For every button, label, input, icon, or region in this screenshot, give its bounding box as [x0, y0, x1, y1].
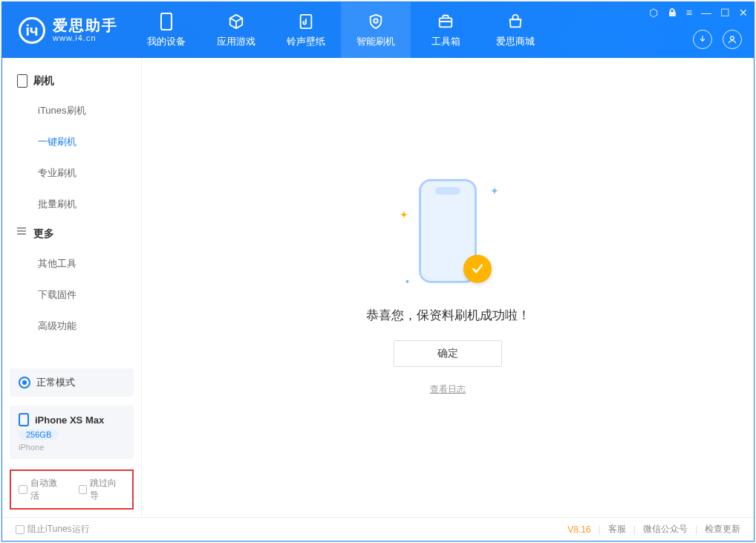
logo-icon: iч [19, 17, 45, 44]
device-icon [160, 13, 172, 30]
sidebar-item-pro[interactable]: 专业刷机 [2, 157, 141, 189]
checkbox-label: 阻止iTunes运行 [27, 523, 90, 536]
checkbox-label: 跳过向导 [90, 477, 125, 502]
footer-link-wechat[interactable]: 微信公众号 [643, 523, 688, 536]
success-illustration: ✦ ✦ • [400, 179, 496, 290]
separator: | [599, 524, 601, 535]
bottom-options-highlight: 自动激活 跳过向导 [10, 469, 134, 510]
svg-point-1 [374, 19, 378, 22]
checkbox-auto-activate[interactable]: 自动激活 [19, 477, 65, 502]
tab-flash[interactable]: 智能刷机 [341, 2, 411, 58]
tab-device[interactable]: 我的设备 [131, 2, 201, 58]
download-button[interactable] [693, 30, 712, 49]
storage-badge: 256GB [19, 429, 59, 440]
tab-label: 我的设备 [147, 35, 186, 48]
success-message: 恭喜您，保资料刷机成功啦！ [366, 307, 530, 324]
app-name: 爱思助手 [53, 17, 118, 33]
confirm-button[interactable]: 确定 [394, 340, 502, 367]
footer-link-update[interactable]: 检查更新 [705, 523, 740, 536]
version-label: V8.16 [567, 524, 590, 535]
section-flash: 刷机 [2, 67, 141, 95]
tab-label: 应用游戏 [217, 35, 255, 48]
tab-tools[interactable]: 工具箱 [411, 2, 480, 58]
header-actions [693, 30, 742, 49]
checkbox-skip-guide[interactable]: 跳过向导 [79, 477, 126, 502]
sidebar-item-batch[interactable]: 批量刷机 [2, 189, 141, 220]
tab-store[interactable]: 爱思商城 [480, 2, 550, 58]
footer-link-service[interactable]: 客服 [608, 523, 626, 536]
tab-label: 智能刷机 [356, 35, 395, 48]
phone-icon [17, 74, 27, 88]
sidebar-item-itunes[interactable]: iTunes刷机 [2, 95, 141, 126]
sidebar: 刷机 iTunes刷机 一键刷机 专业刷机 批量刷机 更多 其他工具 下载固件 … [2, 58, 142, 517]
mode-icon [19, 377, 30, 388]
app-window: iч 爱思助手 www.i4.cn 我的设备 应用游戏 铃声壁纸 [1, 1, 755, 542]
minimize-icon[interactable]: — [701, 7, 711, 19]
svg-rect-2 [440, 18, 452, 27]
section-title: 更多 [33, 227, 54, 241]
sidebar-item-advanced[interactable]: 高级功能 [2, 310, 141, 342]
tshirt-icon[interactable]: ⬡ [649, 7, 658, 19]
mode-label: 正常模式 [36, 376, 75, 389]
shield-icon [367, 13, 385, 30]
checkbox-stop-itunes[interactable]: 阻止iTunes运行 [16, 523, 90, 536]
checkbox-label: 自动激活 [30, 477, 65, 502]
phone-icon [19, 413, 29, 426]
section-title: 刷机 [33, 74, 54, 88]
maximize-icon[interactable]: ☐ [720, 7, 730, 19]
hamburger-icon [17, 227, 27, 241]
checkbox-icon [16, 525, 25, 534]
close-icon[interactable]: ✕ [739, 7, 748, 19]
toolbox-icon [437, 13, 454, 30]
menu-icon[interactable]: ≡ [686, 7, 692, 19]
sidebar-item-firmware[interactable]: 下载固件 [2, 279, 141, 310]
separator: | [695, 524, 697, 535]
main-content: ✦ ✦ • 恭喜您，保资料刷机成功啦！ 确定 查看日志 [142, 58, 754, 517]
cube-icon [227, 13, 245, 30]
sidebar-item-other[interactable]: 其他工具 [2, 248, 141, 279]
device-type: iPhone [19, 443, 44, 452]
view-log-link[interactable]: 查看日志 [430, 383, 466, 396]
tab-label: 爱思商城 [496, 35, 535, 48]
checkbox-icon [19, 485, 27, 494]
sidebar-item-oneclick[interactable]: 一键刷机 [2, 126, 141, 157]
window-controls: ⬡ 🔒︎ ≡ — ☐ ✕ [649, 7, 748, 19]
section-more: 更多 [2, 220, 141, 248]
svg-point-3 [731, 36, 734, 40]
device-name: iPhone XS Max [35, 414, 104, 426]
body: 刷机 iTunes刷机 一键刷机 专业刷机 批量刷机 更多 其他工具 下载固件 … [2, 58, 754, 517]
music-file-icon [297, 13, 315, 30]
top-tabs: 我的设备 应用游戏 铃声壁纸 智能刷机 [131, 2, 550, 58]
tab-label: 铃声壁纸 [287, 35, 325, 48]
logo: iч 爱思助手 www.i4.cn [2, 17, 131, 44]
success-check-icon [463, 255, 492, 283]
header: iч 爱思助手 www.i4.cn 我的设备 应用游戏 铃声壁纸 [2, 2, 754, 58]
tab-label: 工具箱 [431, 35, 460, 48]
device-info[interactable]: iPhone XS Max 256GB iPhone [10, 406, 134, 459]
user-button[interactable] [723, 30, 742, 49]
app-url: www.i4.cn [53, 33, 118, 42]
tab-apps[interactable]: 应用游戏 [201, 2, 271, 58]
tab-ringtone[interactable]: 铃声壁纸 [271, 2, 341, 58]
store-icon [506, 13, 524, 30]
footer: 阻止iTunes运行 V8.16 | 客服 | 微信公众号 | 检查更新 [2, 517, 754, 541]
device-mode[interactable]: 正常模式 [10, 368, 134, 397]
separator: | [633, 524, 636, 535]
lock-icon[interactable]: 🔒︎ [667, 7, 677, 19]
checkbox-icon [79, 485, 88, 494]
